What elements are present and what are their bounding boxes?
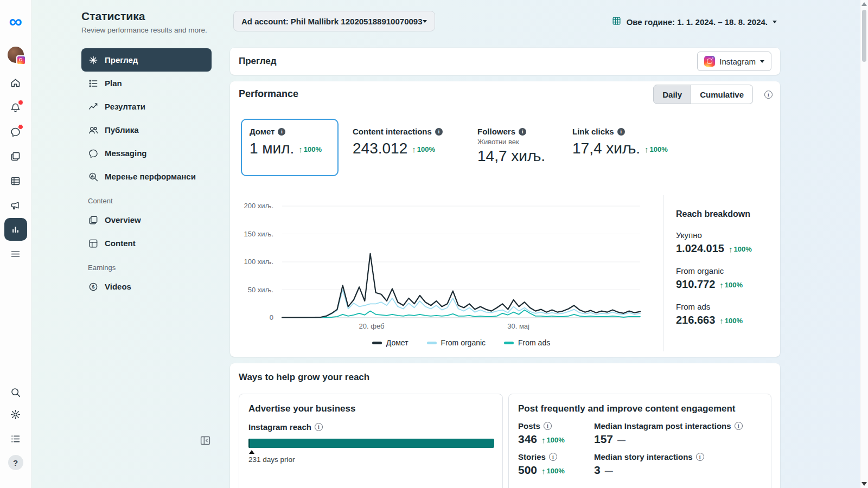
- cumulative-toggle-button[interactable]: Cumulative: [691, 85, 753, 104]
- stat-label: Stories: [518, 452, 546, 461]
- up-arrow-icon: ↑: [644, 145, 649, 154]
- metric-delta: 100%: [417, 145, 435, 153]
- insights-icon[interactable]: [4, 218, 27, 241]
- daily-toggle-button[interactable]: Daily: [653, 85, 691, 104]
- info-icon[interactable]: [696, 453, 704, 461]
- overview-bar: Преглед Instagram: [230, 48, 780, 75]
- breakdown-row-delta: 100%: [725, 281, 743, 289]
- info-icon[interactable]: [549, 453, 557, 461]
- info-icon[interactable]: [315, 423, 323, 431]
- home-icon[interactable]: [4, 71, 27, 94]
- stat-delta: —: [617, 435, 626, 445]
- sidebar-item-benchmarking[interactable]: Мерење перформанси: [81, 165, 212, 188]
- stat-delta: 100%: [547, 436, 565, 444]
- sidebar-item-plan[interactable]: Plan: [81, 72, 212, 95]
- chart-y-tick-label: 150 хиљ.: [244, 230, 273, 238]
- svg-text:$: $: [92, 284, 95, 290]
- date-range-selector[interactable]: Ове године: 1. 1. 2024. – 18. 8. 2024.: [611, 14, 777, 29]
- reach-breakdown-panel: Reach breakdown Укупно 1.024.015 ↑100% F…: [676, 209, 774, 326]
- date-range-label: Ове године: 1. 1. 2024. – 18. 8. 2024.: [627, 17, 768, 27]
- planner-icon[interactable]: [4, 169, 27, 192]
- sidebar-item-label: Overview: [105, 215, 141, 224]
- legend-swatch-icon: [504, 342, 514, 344]
- stat-label: Median Instagram post interactions: [594, 421, 731, 431]
- grow-section-title: Ways to help grow your reach: [239, 372, 369, 383]
- sidebar-item-videos[interactable]: $ Videos: [81, 275, 212, 298]
- sidebar-item-pregled[interactable]: Преглед: [81, 48, 212, 72]
- breakdown-row-value: 1.024.015: [676, 242, 724, 255]
- metric-card-followers[interactable]: Followers Животни век 14,7 хиљ.: [477, 127, 545, 164]
- profile-avatar[interactable]: [4, 43, 27, 66]
- sidebar-item-rezultati[interactable]: Резултати: [81, 95, 212, 118]
- menu-icon[interactable]: [4, 242, 27, 265]
- progress-marker-icon[interactable]: [249, 450, 254, 454]
- instagram-badge-icon: [16, 55, 26, 65]
- sidebar-item-messaging[interactable]: Messaging: [81, 142, 212, 165]
- pages-icon[interactable]: [4, 145, 27, 168]
- breakdown-row-label: From ads: [676, 302, 774, 311]
- scroll-down-icon[interactable]: [861, 482, 867, 486]
- sidebar-item-content[interactable]: Content: [81, 232, 212, 255]
- up-arrow-icon: ↑: [729, 245, 733, 254]
- info-icon[interactable]: [435, 128, 443, 136]
- search-icon[interactable]: [4, 381, 27, 403]
- stat-label: Posts: [518, 421, 540, 431]
- stat-delta: —: [605, 466, 613, 476]
- sidebar-item-overview[interactable]: Overview: [81, 208, 212, 232]
- up-arrow-icon: ↑: [719, 280, 724, 290]
- up-arrow-icon: ↑: [298, 145, 303, 154]
- legend-item[interactable]: From ads: [504, 338, 550, 347]
- sidebar-section-content: Content: [88, 197, 212, 205]
- messages-icon[interactable]: [4, 120, 27, 143]
- help-icon[interactable]: ?: [4, 451, 27, 474]
- info-icon[interactable]: [519, 128, 526, 136]
- legend-item[interactable]: Домет: [372, 338, 409, 347]
- notifications-icon[interactable]: [4, 96, 27, 119]
- platform-selector[interactable]: Instagram: [697, 52, 771, 71]
- legend-swatch-icon: [372, 342, 382, 344]
- meta-logo[interactable]: ∞: [4, 10, 27, 33]
- sidebar-item-label: Резултати: [105, 102, 145, 111]
- stat-value: 3: [594, 464, 601, 477]
- meta-infinity-icon: ∞: [9, 12, 22, 30]
- sidebar-item-publika[interactable]: Публика: [81, 118, 212, 142]
- insights-active-bg: [4, 218, 27, 241]
- metric-card-content-interactions[interactable]: Content interactions 243.012 ↑100%: [353, 127, 443, 156]
- legend-item[interactable]: From organic: [427, 338, 486, 347]
- reach-breakdown-title: Reach breakdown: [676, 209, 774, 219]
- up-arrow-icon: ↑: [412, 145, 416, 154]
- stat-value: 500: [518, 464, 537, 477]
- info-icon[interactable]: [544, 422, 552, 430]
- scrollbar-thumb[interactable]: [862, 10, 866, 62]
- chart-y-tick-label: 100 хиљ.: [244, 258, 273, 266]
- performance-info-icon[interactable]: [764, 91, 773, 99]
- sidebar-section-earnings: Earnings: [88, 264, 212, 272]
- sidebar-item-label: Content: [105, 239, 136, 248]
- vertical-scrollbar[interactable]: [860, 0, 868, 488]
- question-mark-icon: ?: [8, 455, 23, 470]
- engagement-stats: Posts 346 ↑100% Median Instagram post in…: [518, 421, 762, 477]
- breakdown-row-label: From organic: [676, 266, 774, 275]
- daily-cumulative-toggle: Daily Cumulative: [653, 85, 753, 104]
- ads-megaphone-icon[interactable]: [4, 194, 27, 216]
- metric-label: Домет: [250, 127, 275, 136]
- scroll-up-icon[interactable]: [861, 2, 867, 6]
- performance-card: Performance Daily Cumulative Домет 1 мил…: [230, 81, 780, 357]
- info-icon[interactable]: [617, 128, 625, 136]
- info-icon[interactable]: [278, 128, 285, 136]
- metric-card-link-clicks[interactable]: Link clicks 17,4 хиљ. ↑100%: [572, 127, 668, 156]
- ad-account-selector[interactable]: Ad account: Phil Mallibrk 12020518891007…: [233, 11, 435, 31]
- breakdown-row-value: 910.772: [676, 278, 715, 291]
- benchmark-search-icon: [88, 171, 99, 182]
- tasks-list-icon[interactable]: [4, 427, 27, 450]
- chart-line: [282, 254, 640, 318]
- info-icon[interactable]: [735, 422, 743, 430]
- sidebar-collapse-icon[interactable]: [200, 435, 214, 449]
- metric-card-domet[interactable]: Домет 1 мил. ↑100%: [241, 119, 339, 176]
- stat-label: Median story interactions: [594, 452, 693, 461]
- settings-gear-icon[interactable]: [4, 403, 27, 426]
- legend-swatch-icon: [427, 342, 437, 344]
- chevron-down-icon: [773, 21, 777, 23]
- metric-value: 14,7 хиљ.: [477, 148, 545, 164]
- insights-sidebar: Статистика Review performance results an…: [31, 0, 230, 488]
